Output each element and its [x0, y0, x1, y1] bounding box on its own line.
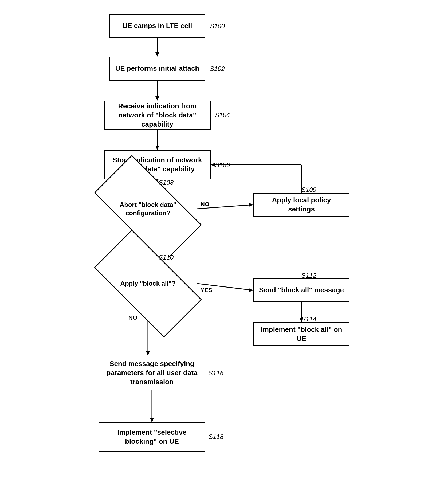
label-no-s110: NO — [128, 314, 137, 321]
svg-marker-20 — [146, 351, 150, 356]
ref-s106: S106 — [215, 161, 230, 169]
box-s109: Apply local policy settings — [253, 193, 349, 217]
box-s118: Implement "selective blocking" on UE — [99, 422, 205, 452]
ref-s118: S118 — [209, 433, 223, 441]
box-s102: UE performs initial attach — [109, 57, 205, 81]
svg-marker-3 — [155, 96, 159, 101]
box-s104: Receive indication from network of "bloc… — [104, 101, 211, 130]
ref-s114: S114 — [301, 316, 316, 323]
svg-marker-1 — [155, 52, 159, 57]
box-s100: UE camps in LTE cell — [109, 14, 205, 38]
ref-s104: S104 — [215, 111, 230, 119]
ref-s116: S116 — [209, 370, 223, 377]
flowchart-diagram: UE camps in LTE cell S100 UE performs in… — [77, 6, 371, 481]
diamond-s108: Abort "block data" configuration? — [99, 182, 197, 235]
svg-marker-5 — [155, 146, 159, 150]
ref-s110: S110 — [159, 254, 174, 261]
box-s112: Send "block all" message — [253, 278, 349, 302]
svg-marker-9 — [249, 203, 253, 207]
svg-marker-16 — [249, 288, 253, 292]
ref-s102: S102 — [210, 65, 225, 73]
svg-marker-12 — [211, 163, 215, 167]
label-yes-s110: YES — [201, 287, 212, 294]
box-s114: Implement "block all" on UE — [253, 322, 349, 346]
ref-s109: S109 — [301, 186, 316, 194]
box-s116: Send message specifying parameters for a… — [99, 356, 205, 390]
label-no-s108: NO — [201, 201, 209, 208]
svg-marker-22 — [150, 418, 154, 422]
ref-s108: S108 — [159, 179, 174, 186]
ref-s112: S112 — [301, 272, 316, 279]
diamond-s110: Apply "block all"? — [99, 257, 197, 310]
ref-s100: S100 — [210, 22, 225, 30]
